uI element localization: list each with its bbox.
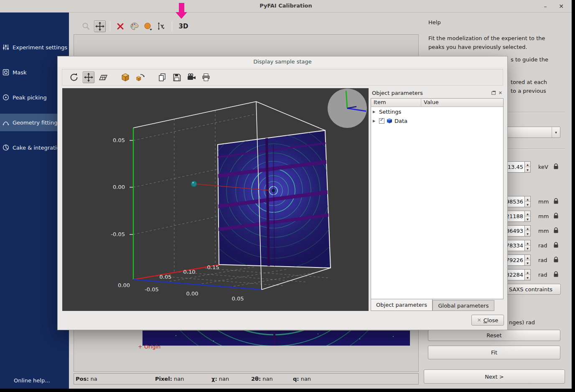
- y-tick-label: 0.05: [232, 295, 244, 302]
- lock-icon[interactable]: [553, 198, 559, 204]
- lock-icon[interactable]: [553, 271, 559, 277]
- sidebar-item-experiment-settings[interactable]: Experiment settings: [0, 38, 69, 56]
- column-value: Value: [421, 99, 441, 107]
- toolbar-separator: [110, 21, 110, 31]
- panel-header: Object parameters ✕: [371, 88, 504, 97]
- marker-color-icon[interactable]: [142, 20, 154, 32]
- dialog-title: Display sample stage: [58, 56, 507, 67]
- print-icon[interactable]: [200, 71, 212, 83]
- spinner-down-icon[interactable]: ▼: [525, 167, 530, 172]
- spinner-down-icon[interactable]: ▼: [525, 246, 530, 251]
- 3d-viewport[interactable]: 0.05 0.00 -0.05 0.00 -0.05 0.05 0.10 0.1…: [62, 88, 369, 311]
- lock-icon[interactable]: [553, 213, 559, 219]
- 3d-scene: 0.05 0.00 -0.05 0.00 -0.05 0.05 0.10 0.1…: [62, 88, 369, 311]
- spinner-arrows[interactable]: ▲▼: [524, 161, 531, 173]
- orientation-gizmo[interactable]: [328, 89, 367, 128]
- help-text-fragment: tored at each: [511, 79, 547, 85]
- save-icon[interactable]: [171, 71, 183, 83]
- spinner-up-icon[interactable]: ▲: [525, 162, 530, 167]
- parameters-tree: Item Value ▶ Settings ▶ ✓ Data: [371, 98, 504, 299]
- spinner-down-icon[interactable]: ▼: [525, 202, 530, 207]
- expand-icon[interactable]: ▶: [373, 110, 377, 114]
- spinner-arrows[interactable]: ▲▼: [524, 225, 531, 237]
- zoom-plane-icon[interactable]: [97, 71, 109, 83]
- view-3d-button[interactable]: 3D: [176, 20, 191, 32]
- spinner-up-icon[interactable]: ▲: [525, 240, 530, 246]
- chevron-down-icon: ▾: [552, 127, 560, 137]
- unit-label: mm: [538, 228, 551, 234]
- unit-label: mm: [538, 213, 551, 219]
- column-item: Item: [371, 99, 421, 107]
- help-text-fragment: to a previous: [511, 88, 546, 94]
- data-visibility-checkbox[interactable]: ✓: [379, 118, 384, 124]
- spinner-arrows[interactable]: ▲▼: [524, 240, 531, 251]
- spinner-up-icon[interactable]: ▲: [525, 270, 530, 275]
- clear-icon[interactable]: [114, 20, 126, 32]
- copy-icon[interactable]: [156, 71, 168, 83]
- panel-tabs: Object parameters Global parameters: [371, 299, 494, 311]
- saxs-constraints-button[interactable]: SAXS contraints: [501, 284, 561, 295]
- pan-icon[interactable]: [83, 71, 94, 83]
- rotate-view-icon[interactable]: [68, 71, 80, 83]
- reset-button[interactable]: Reset: [428, 330, 560, 341]
- panel-title: Object parameters: [372, 90, 423, 96]
- close-x-icon: ✕: [477, 317, 481, 323]
- spinner-down-icon[interactable]: ▼: [525, 260, 530, 265]
- palette-icon[interactable]: [128, 20, 140, 32]
- next-button[interactable]: Next >: [424, 369, 565, 384]
- lock-icon[interactable]: [553, 227, 559, 234]
- pie-icon: [2, 144, 10, 151]
- bounding-box-icon[interactable]: [120, 71, 131, 83]
- main-window: PyFAI Calibration – ✕ Experiment setting…: [0, 0, 572, 389]
- unit-label: mm: [538, 199, 551, 205]
- x-tick-label: 0.10: [183, 269, 196, 275]
- spinner-up-icon[interactable]: ▲: [525, 211, 530, 216]
- zoom-icon[interactable]: [80, 20, 92, 32]
- dialog-close-button[interactable]: ✕ Close: [471, 315, 504, 326]
- y-axis-icon[interactable]: Y: [156, 20, 168, 32]
- video-record-icon[interactable]: [186, 71, 197, 83]
- status-2theta: 2θ: nan: [251, 376, 273, 382]
- status-bar: Pos: na Pixel: nan χ: nan 2θ: nan q: nan: [74, 373, 419, 384]
- spinner-up-icon[interactable]: ▲: [525, 255, 530, 260]
- origin-marker-label: + Origin: [138, 344, 160, 350]
- spinner-arrows[interactable]: ▲▼: [524, 196, 531, 207]
- x-tick-label: 0.05: [160, 274, 172, 280]
- spinner-down-icon[interactable]: ▼: [525, 275, 530, 280]
- fit-button[interactable]: Fit: [428, 346, 560, 359]
- tree-row-settings[interactable]: ▶ Settings: [371, 107, 503, 116]
- tab-global-parameters[interactable]: Global parameters: [433, 300, 494, 311]
- unit-label: keV: [538, 164, 551, 170]
- target-icon: [2, 94, 10, 101]
- sidebar-item-label: Peak picking: [13, 94, 47, 101]
- spinner-arrows[interactable]: ▲▼: [524, 269, 531, 280]
- online-help-link[interactable]: Online help...: [14, 377, 50, 384]
- spinner-arrows[interactable]: ▲▼: [524, 211, 531, 222]
- lock-icon[interactable]: [553, 242, 559, 248]
- dialog-toolbar: [62, 69, 503, 86]
- spinner-up-icon[interactable]: ▲: [525, 226, 530, 231]
- spinner-down-icon[interactable]: ▼: [525, 216, 530, 221]
- lock-icon[interactable]: [553, 257, 559, 263]
- tab-object-parameters[interactable]: Object parameters: [371, 299, 433, 311]
- help-text-fragment: s to guide the: [511, 56, 548, 63]
- spinner-arrows[interactable]: ▲▼: [524, 255, 531, 266]
- close-panel-icon[interactable]: ✕: [499, 90, 502, 96]
- status-chi: χ: nan: [211, 376, 229, 382]
- close-button[interactable]: ✕: [556, 2, 567, 11]
- lock-icon[interactable]: [553, 163, 559, 170]
- spinner-up-icon[interactable]: ▲: [525, 196, 530, 202]
- main-toolbar: Y 3D: [74, 19, 419, 34]
- float-panel-icon[interactable]: [491, 91, 496, 95]
- help-panel-title: Help: [428, 19, 441, 25]
- spinner-down-icon[interactable]: ▼: [525, 231, 530, 236]
- rotate-scene-icon[interactable]: [134, 71, 146, 83]
- object-parameters-panel: Object parameters ✕ Item Value ▶ Setting…: [371, 88, 504, 311]
- x-tick-label: 0.15: [207, 264, 219, 270]
- minimize-button[interactable]: –: [540, 2, 551, 11]
- tree-row-data[interactable]: ▶ ✓ Data: [371, 116, 503, 125]
- expand-icon[interactable]: ▶: [373, 119, 377, 123]
- pan-icon[interactable]: [94, 20, 106, 32]
- help-text: Fit the modelization of the experient to…: [428, 34, 562, 51]
- minimize-icon: –: [544, 3, 547, 10]
